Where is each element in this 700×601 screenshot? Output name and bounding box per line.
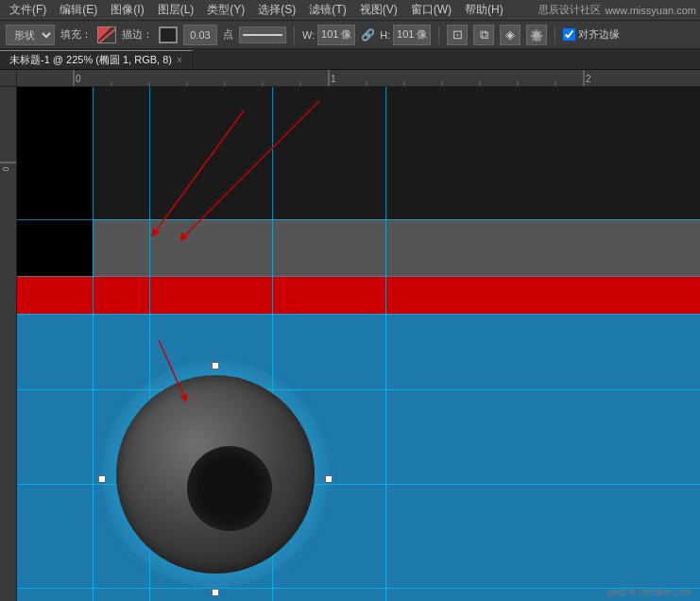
transform-btn3[interactable]: ◈: [500, 25, 521, 45]
tabbar: 未标题-1 @ 225% (椭圆 1, RGB, 8) ×: [0, 49, 700, 70]
svg-text:2: 2: [586, 74, 591, 84]
ruler-corner: [0, 70, 17, 87]
fill-label: 填充：: [60, 27, 92, 42]
menu-image[interactable]: 图像(I): [105, 0, 149, 20]
canvas-content: [17, 87, 700, 601]
menu-view[interactable]: 视图(V): [354, 0, 403, 20]
shape-select[interactable]: 形状: [6, 25, 55, 45]
stroke-swatch[interactable]: [159, 26, 178, 43]
transform-btn2[interactable]: ⧉: [473, 25, 494, 45]
guide-h3: [17, 314, 700, 315]
align-label: 对齐边缘: [578, 27, 620, 42]
stroke-box: [159, 26, 178, 43]
width-group: W:: [302, 25, 355, 45]
menu-filter[interactable]: 滤镜(T): [303, 0, 351, 20]
menubar: 文件(F) 编辑(E) 图像(I) 图层(L) 类型(Y) 选择(S) 滤镜(T…: [0, 0, 700, 21]
toolbar: 形状 填充： 描边： 点 W: 🔗 H: ⊡ ⧉ ◈ 对齐边缘: [0, 21, 700, 49]
h-input[interactable]: [393, 25, 431, 45]
sep2: [438, 26, 439, 44]
guide-h1: [17, 219, 700, 220]
handle-top[interactable]: [212, 362, 219, 369]
footer: post of uimaker.com: [608, 587, 692, 597]
guide-h6: [17, 588, 700, 589]
svg-text:0: 0: [76, 74, 81, 84]
circle-inner: [187, 446, 272, 531]
h-label: H:: [380, 29, 390, 41]
tab-title: 未标题-1 @ 225% (椭圆 1, RGB, 8): [9, 53, 172, 67]
menu-window[interactable]: 窗口(W): [405, 0, 457, 20]
menubar-left: 文件(F) 编辑(E) 图像(I) 图层(L) 类型(Y) 选择(S) 滤镜(T…: [4, 0, 509, 20]
ruler-horizontal: 0 1 2: [17, 70, 700, 87]
menu-file[interactable]: 文件(F): [4, 0, 52, 20]
guide-h2: [17, 276, 700, 277]
footer-text: post of uimaker.com: [608, 587, 692, 597]
fill-icon: [97, 26, 116, 43]
menu-select[interactable]: 选择(S): [252, 0, 301, 20]
menu-help[interactable]: 帮助(H): [459, 0, 509, 20]
line-type-box[interactable]: [239, 26, 286, 43]
tab-close-btn[interactable]: ×: [177, 55, 182, 65]
stroke-unit: 点: [223, 27, 233, 42]
circle-shape[interactable]: [102, 361, 329, 588]
menu-edit[interactable]: 编辑(E): [54, 0, 103, 20]
canvas-tab[interactable]: 未标题-1 @ 225% (椭圆 1, RGB, 8) ×: [0, 50, 193, 69]
drawing-area: [17, 87, 700, 601]
canvas-area: 0 1 2 0: [0, 70, 700, 601]
guide-v1: [93, 87, 94, 601]
stroke-label: 描边：: [122, 27, 153, 42]
svg-text:0: 0: [1, 166, 10, 171]
circle-main: [116, 375, 315, 574]
brand-text: 思辰设计社区: [538, 3, 601, 17]
handle-bottom[interactable]: [212, 589, 219, 596]
red-stripe: [17, 276, 700, 314]
align-check: 对齐边缘: [563, 27, 620, 42]
handle-right[interactable]: [325, 475, 333, 483]
sep1: [294, 26, 295, 44]
gear-button[interactable]: [526, 25, 547, 45]
black-left-band: [17, 87, 93, 276]
sep3: [555, 26, 555, 44]
align-checkbox[interactable]: [563, 28, 575, 41]
link-icon[interactable]: 🔗: [361, 28, 374, 42]
stroke-value-input[interactable]: [183, 25, 217, 45]
transform-btn1[interactable]: ⊡: [447, 25, 468, 45]
handle-left[interactable]: [98, 475, 106, 483]
w-input[interactable]: [317, 25, 355, 45]
line-preview: [243, 34, 282, 36]
menubar-right: 思辰设计社区 www.missyuan.com: [538, 3, 696, 17]
w-label: W:: [302, 29, 315, 41]
fill-box[interactable]: [97, 26, 116, 43]
height-group: H:: [380, 25, 431, 45]
dark-band: [17, 87, 700, 219]
brand-url: www.missyuan.com: [605, 5, 696, 16]
menu-layer[interactable]: 图层(L): [152, 0, 200, 20]
menu-type[interactable]: 类型(Y): [201, 0, 250, 20]
guide-v4: [385, 87, 386, 601]
svg-text:1: 1: [331, 74, 336, 84]
ruler-vertical: 0: [0, 87, 17, 601]
